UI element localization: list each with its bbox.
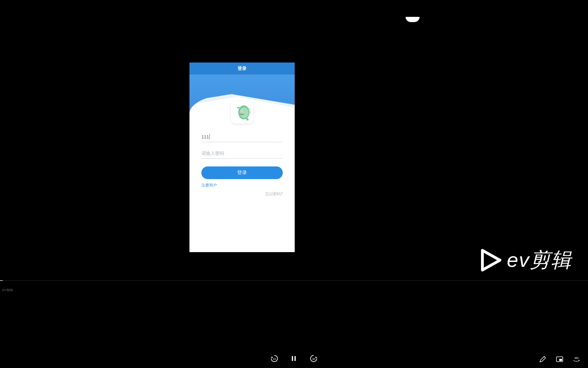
svg-rect-6: [292, 356, 293, 361]
password-field-row[interactable]: [201, 147, 283, 159]
username-value: 111: [201, 134, 209, 139]
partial-arc-decoration: [406, 17, 420, 22]
svg-rect-10: [559, 359, 562, 361]
player-center-controls: 10 30: [270, 354, 318, 363]
dino-avatar-icon: [233, 103, 251, 121]
bottom-area: -EV剪辑 10 30: [0, 280, 588, 368]
svg-text:360: 360: [574, 356, 579, 360]
svg-text:30: 30: [312, 357, 315, 361]
ev-watermark: ev剪辑: [480, 247, 572, 274]
video-progress-played: [0, 280, 3, 281]
login-title: 登录: [238, 65, 247, 72]
svg-point-3: [241, 110, 242, 111]
forgot-password-link[interactable]: 忘记密码?: [201, 191, 283, 197]
sub-links: 注册用户 忘记密码?: [201, 179, 283, 197]
login-header: [189, 74, 295, 113]
register-link[interactable]: 注册用户: [201, 183, 217, 187]
watermark-text: ev剪辑: [507, 247, 572, 274]
password-input[interactable]: [201, 151, 283, 156]
video-progress-bar[interactable]: [0, 280, 588, 281]
player-right-controls: 360: [539, 355, 580, 363]
vr-360-icon[interactable]: 360: [573, 355, 580, 363]
login-title-bar: 登录: [189, 63, 295, 74]
pause-button[interactable]: [289, 354, 299, 363]
miniplayer-icon[interactable]: [556, 355, 563, 363]
tiny-source-label: -EV剪辑: [1, 288, 13, 293]
skip-forward-button[interactable]: 30: [309, 354, 318, 363]
play-triangle-icon: [480, 249, 502, 271]
login-form: 111 登录 注册用户 忘记密码?: [189, 113, 295, 197]
login-screen: 登录 111: [189, 63, 295, 252]
avatar: [231, 101, 253, 124]
svg-point-4: [240, 112, 242, 113]
svg-text:10: 10: [273, 357, 276, 361]
skip-back-button[interactable]: 10: [270, 354, 279, 363]
login-button[interactable]: 登录: [201, 166, 283, 179]
edit-icon[interactable]: [539, 355, 547, 363]
svg-rect-7: [294, 356, 295, 361]
username-field-row[interactable]: 111: [201, 131, 283, 142]
text-cursor: [209, 134, 210, 139]
